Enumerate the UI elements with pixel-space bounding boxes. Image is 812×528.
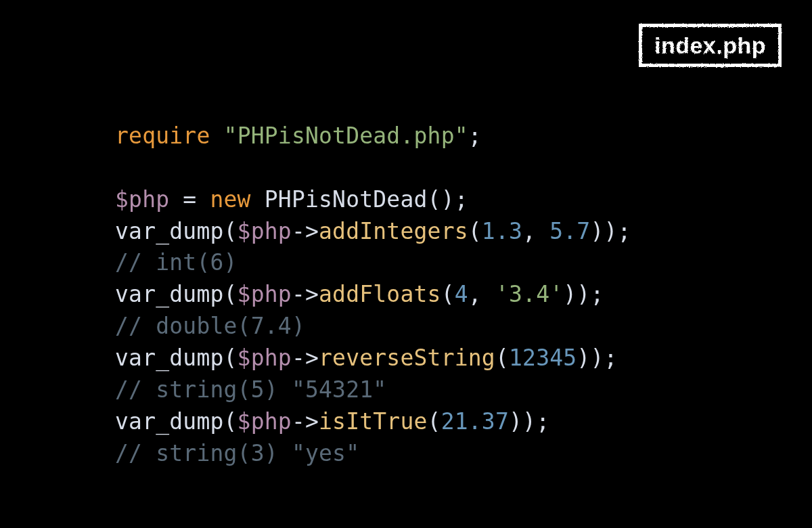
code-token: var_dump( [115,345,238,371]
code-token: $php [238,218,292,244]
code-token: // double(7.4) [115,313,305,339]
code-token: // string(5) "54321" [115,376,386,403]
code-block: require "PHPisNotDead.php"; $php = new P… [115,120,631,469]
code-token: -> [292,218,319,244]
code-token: 4 [455,281,468,307]
code-token: 21.37 [441,408,509,435]
code-token: )); [563,281,604,307]
code-token: 1.3 [482,218,522,244]
code-token: , [522,218,549,244]
code-token: ( [428,408,441,435]
code-line: $php = new PHPisNotDead(); [115,184,631,216]
code-token: , [468,281,495,307]
code-token: )); [509,408,549,435]
slide: index.php require "PHPisNotDead.php"; $p… [0,0,812,528]
filename-badge: index.php [639,24,782,67]
code-token: $php [238,408,292,435]
code-line: var_dump($php->addIntegers(1.3, 5.7)); [115,216,631,248]
code-token: // string(3) "yes" [115,440,359,466]
code-token: ( [441,281,455,307]
code-token: // int(6) [115,249,238,276]
code-token: ; [468,123,482,149]
code-token [210,123,223,149]
code-token: -> [292,345,319,371]
code-token: var_dump( [115,408,238,435]
code-line: require "PHPisNotDead.php"; [115,120,631,152]
code-line: // string(5) "54321" [115,374,631,406]
code-token: $php [238,281,292,307]
code-token: -> [292,281,319,307]
code-token: addFloats [319,281,441,307]
code-token: addIntegers [319,218,468,244]
code-line: // int(6) [115,247,631,279]
code-token: 12345 [509,345,577,371]
code-token: new [210,186,250,213]
code-token: PHPisNotDead(); [251,186,468,213]
code-token: ( [495,345,509,371]
code-token: require [115,123,210,149]
code-token: '3.4' [495,281,563,307]
code-token: "PHPisNotDead.php" [224,123,468,149]
code-token: )); [590,218,631,244]
code-token: $php [115,186,169,213]
code-token: reverseString [319,345,495,371]
code-token: )); [577,345,617,371]
code-token: $php [238,345,292,371]
code-line: var_dump($php->isItTrue(21.37)); [115,406,631,438]
code-token: 5.7 [549,218,590,244]
code-line: // string(3) "yes" [115,438,631,470]
code-token: var_dump( [115,218,238,244]
code-token: isItTrue [319,408,428,435]
code-token: = [169,186,210,213]
code-line: var_dump($php->reverseString(12345)); [115,343,631,374]
code-line: // double(7.4) [115,311,631,343]
code-token: var_dump( [115,281,238,307]
code-token: ( [468,218,482,244]
code-token: -> [292,408,319,435]
code-line [115,152,631,184]
code-line: var_dump($php->addFloats(4, '3.4')); [115,279,631,311]
